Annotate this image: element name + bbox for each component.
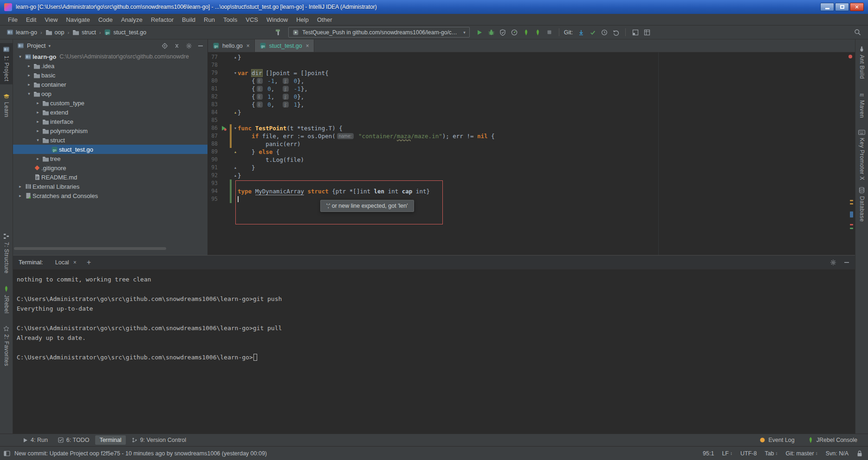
menu-item-tools[interactable]: Tools [219, 14, 241, 25]
fold-marker-icon[interactable]: ▾ [234, 70, 236, 77]
gear-icon[interactable] [186, 43, 192, 49]
toolwindow-switcher-icon[interactable] [4, 451, 10, 456]
fold-marker-icon[interactable]: ▴ [234, 109, 236, 116]
menu-item-view[interactable]: View [40, 14, 62, 25]
fold-marker-icon[interactable]: ▾ [234, 125, 236, 132]
tree-item-polymorphism[interactable]: ▸polymorphism [13, 126, 207, 135]
editor-tab-stuct-test-go[interactable]: gostuct_test.go× [255, 39, 314, 52]
code-line-79[interactable]: 79▾var dir []point = []point{ [208, 69, 849, 77]
terminal-output[interactable]: nothing to commit, working tree cleanC:\… [13, 269, 855, 362]
fold-marker-icon[interactable]: ▴ [234, 164, 236, 171]
toolwindow-button-4-run[interactable]: 4: Run [19, 435, 52, 445]
locate-target-icon[interactable] [162, 43, 168, 49]
code-line-90[interactable]: 90 t.Log(file) [208, 156, 849, 164]
profiler-button[interactable] [509, 27, 520, 38]
code-line-88[interactable]: 88 panic(err) [208, 140, 849, 148]
terminal-tab-close-icon[interactable]: × [73, 259, 77, 266]
tree-item-learn-go[interactable]: ▾learn-goC:\Users\Administrator\go\src\g… [13, 52, 207, 61]
tree-chevron-icon[interactable]: ▸ [17, 193, 24, 198]
menu-item-code[interactable]: Code [94, 14, 117, 25]
menu-item-run[interactable]: Run [200, 14, 219, 25]
breadcrumb-item-learn-go[interactable]: learn-go [5, 28, 39, 37]
lock-icon[interactable] [857, 450, 862, 457]
code-line-89[interactable]: 89▴ } else { [208, 148, 849, 156]
build-hammer-button[interactable] [272, 27, 284, 38]
fold-marker-icon[interactable]: ▴ [234, 148, 236, 155]
project-panel-title[interactable]: Project [27, 42, 45, 49]
menu-item-analyze[interactable]: Analyze [117, 14, 147, 25]
menu-item-refactor[interactable]: Refactor [147, 14, 178, 25]
code-line-80[interactable]: 80 {i: -1, j: 0}, [208, 77, 849, 85]
tool-button-ant-build[interactable]: Ant Build [855, 43, 868, 82]
close-button[interactable]: ✕ [850, 3, 864, 11]
tree-item-readme-md[interactable]: README.md [13, 172, 207, 182]
status-95-1[interactable]: 95:1 [703, 450, 714, 457]
tree-item-oop[interactable]: ▾oop [13, 89, 207, 98]
menu-item-help[interactable]: Help [292, 14, 313, 25]
chevron-down-icon[interactable]: ▾ [48, 44, 51, 48]
tree-chevron-icon[interactable]: ▸ [34, 119, 41, 124]
tool-button-learn[interactable]: Learn [0, 91, 13, 120]
search-everywhere-button[interactable] [852, 27, 863, 38]
status-svn-n-a[interactable]: Svn: N/A [826, 450, 849, 457]
hide-panel-icon[interactable] [844, 260, 849, 265]
code-line-81[interactable]: 81 {i: 0, j: -1}, [208, 85, 849, 93]
minimize-button[interactable] [820, 3, 834, 11]
code-line-78[interactable]: 78 [208, 61, 849, 69]
code-line-83[interactable]: 83 {i: 0, j: 1}, [208, 101, 849, 109]
code-line-87[interactable]: 87 if file, err := os.Open(name: "contai… [208, 132, 849, 140]
terminal-tab-local[interactable]: Local × [52, 256, 79, 269]
tool-button-7-structure[interactable]: 7: Structure [0, 230, 13, 276]
git-update-button[interactable] [575, 27, 587, 38]
breadcrumb-item-struct[interactable]: struct [71, 28, 98, 37]
run-button[interactable] [474, 27, 486, 38]
code-line-84[interactable]: 84▴} [208, 109, 849, 116]
tree-item-external-libraries[interactable]: ▸External Libraries [13, 182, 207, 191]
menu-item-vcs[interactable]: VCS [241, 14, 262, 25]
tab-close-icon[interactable]: × [306, 43, 309, 49]
tree-item-struct[interactable]: ▾struct [13, 135, 207, 145]
menu-item-navigate[interactable]: Navigate [62, 14, 94, 25]
collapse-all-icon[interactable] [174, 43, 180, 49]
tree-item-tree[interactable]: ▸tree [13, 154, 207, 163]
git-history-button[interactable] [598, 27, 610, 38]
tree-item-interface[interactable]: ▸interface [13, 117, 207, 126]
tree-chevron-icon[interactable]: ▸ [34, 156, 41, 161]
horizontal-scrollbar[interactable] [14, 247, 166, 250]
coverage-button[interactable] [497, 27, 509, 38]
code-line-86[interactable]: 86▾func TestPoint(t *testing.T) { [208, 124, 849, 132]
tool-button-2-favorites[interactable]: 2: Favorites [0, 323, 13, 369]
new-terminal-button[interactable]: + [87, 258, 91, 267]
tool-button-key-promoter-x[interactable]: Key Promoter X [855, 127, 868, 183]
status-message[interactable]: New commit: Update Project oop f2f5e75 -… [14, 450, 267, 457]
tab-close-icon[interactable]: × [246, 43, 250, 49]
tool-button-1-project[interactable]: 1: Project [0, 43, 13, 84]
toolwindow-button-6-todo[interactable]: 6: TODO [54, 435, 94, 445]
tree-chevron-icon[interactable]: ▸ [34, 128, 41, 133]
code-line-85[interactable]: 85 [208, 116, 849, 124]
stop-button[interactable] [544, 27, 555, 38]
tree-item-basic[interactable]: ▸basic [13, 70, 207, 80]
code-line-92[interactable]: 92▴} [208, 172, 849, 179]
fold-marker-icon[interactable]: ▴ [234, 172, 236, 179]
toolwindow-button-jrebel-console[interactable]: JRebel Console [803, 435, 862, 445]
menu-item-build[interactable]: Build [178, 14, 200, 25]
menu-item-other[interactable]: Other [313, 14, 337, 25]
editor-tab-hello-go[interactable]: gohello.go× [208, 39, 255, 52]
toolwindow-button-event-log[interactable]: Event Log [755, 435, 798, 445]
menu-item-file[interactable]: File [4, 14, 22, 25]
code-line-82[interactable]: 82 {i: 1, j: 0}, [208, 93, 849, 101]
inspection-indicator[interactable] [849, 55, 852, 58]
toolwindow-button-terminal[interactable]: Terminal [95, 435, 125, 445]
toolwindow-button-9-version-control[interactable]: 9: Version Control [128, 435, 190, 445]
tree-chevron-icon[interactable]: ▸ [26, 64, 32, 68]
debug-button[interactable] [486, 27, 497, 38]
tree-item-gitignore[interactable]: .gitignore [13, 163, 207, 172]
breadcrumb-item-oop[interactable]: oop [44, 28, 66, 37]
code-line-77[interactable]: 77▴} [208, 53, 849, 61]
tree-chevron-icon[interactable]: ▸ [26, 82, 32, 87]
tree-chevron-icon[interactable]: ▸ [34, 101, 41, 105]
tree-chevron-icon[interactable]: ▾ [26, 91, 32, 96]
scrollbar-thumb[interactable] [850, 211, 853, 217]
tree-chevron-icon[interactable]: ▾ [34, 138, 41, 142]
